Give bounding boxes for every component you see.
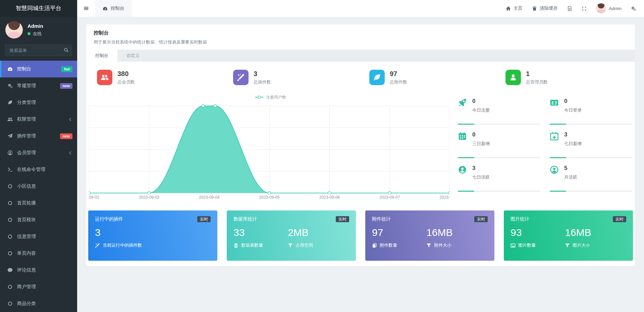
mini-stat-5: 5月活跃 [550,161,632,194]
sidebar-item-label: 首页轮播 [17,200,36,206]
navbar-right: 主页清除缓存Admin [501,0,644,17]
realtime-card-2: 附件统计实时97附件数量16MB附件大小 [365,210,494,261]
realtime-badge: 实时 [613,216,626,222]
sidebar-item-9[interactable]: 首页模块 [0,211,77,228]
navbar-item-expand[interactable] [577,0,591,17]
copy-icon [372,243,377,248]
stat-value: 1 [526,70,548,78]
sidebar-item-label: 权限管理 [17,116,36,122]
card-metric: 33数据表数量 [233,227,288,248]
navbar-item-avatar[interactable]: Admin [591,0,626,17]
circle-o-icon [7,301,13,306]
sidebar-item-13[interactable]: 商户管理 [0,278,77,295]
sidebar-item-10[interactable]: 信息管理 [0,228,77,245]
sidebar-item-label: 在线命令管理 [17,167,45,173]
mini-stat-label: 三日新增 [472,141,490,147]
user-icon [505,70,521,85]
dashboard-icon [103,6,108,11]
user-circle-outline-icon [550,165,559,180]
x-axis-ticks: 2023-09-022023-09-032023-09-042023-09-05… [89,195,450,202]
tab-1[interactable]: 自定义 [117,50,149,62]
navbar-item-label: 清除缓存 [540,5,558,11]
realtime-cards: 运行中的插件实时3当前运行中的插件数数据库统计实时33数据表数量2MB占用空间附… [88,210,633,261]
search-icon[interactable] [64,48,69,53]
app-root: 智慧同城生活平台 Admin 在线 控制台hot常规管理new分类管理权限管理插… [0,0,644,312]
card-metric: 16MB附件大小 [426,227,481,248]
trash-icon [532,6,537,11]
sidebar-item-label: 单页内容 [17,250,36,256]
card-metric: 97附件数量 [372,227,426,248]
card-metric: 3当前运行中的插件数 [95,227,149,248]
sidebar-item-3[interactable]: 权限管理 [0,111,77,128]
x-tick-label: 2023-09-06 [319,195,340,200]
sidebar-item-8[interactable]: 首页轮播 [0,195,77,211]
card-title: 运行中的插件 [95,216,123,222]
x-tick-label: 2023-09-04 [199,195,219,200]
circle-o-icon [7,217,13,223]
cogs-icon [631,6,636,11]
stat-value: 380 [117,70,135,78]
navbar-tab-label: 控制台 [111,5,124,11]
sidebar-item-1[interactable]: 常规管理new [0,77,77,94]
avatar [5,21,23,39]
card-metric: 2MB占用空间 [288,227,342,248]
sidebar-item-6[interactable]: 在线命令管理 [0,161,77,178]
chevron-left-icon [68,151,72,155]
navbar-item-trash[interactable]: 清除缓存 [527,0,562,17]
user-circle-icon [7,150,13,155]
sidebar-item-0[interactable]: 控制台hot [0,61,77,77]
sidebar-item-label: 控制台 [17,66,31,72]
stat-label: 总管理员数 [526,79,548,85]
sidebar-item-2[interactable]: 分类管理 [0,94,77,111]
navbar-item-home[interactable]: 主页 [501,0,527,17]
sidebar: 智慧同城生活平台 Admin 在线 控制台hot常规管理new分类管理权限管理插… [0,0,77,312]
card-metric-label: 占用空间 [296,242,313,248]
panel-heading: 控制台 用于展示当前系统中的统计数据、统计报表及重要实时数据 [86,24,635,50]
user-status-label: 在线 [33,31,42,37]
badge-new: new [60,83,72,89]
stat-value: 97 [390,70,407,78]
search-input[interactable] [5,45,72,56]
navbar-item-label: 主页 [514,5,523,11]
calendar-icon [458,132,467,147]
sidebar-toggle-button[interactable] [77,0,95,17]
sidebar-item-14[interactable]: 商品分类 [0,295,77,312]
realtime-card-0: 运行中的插件实时3当前运行中的插件数 [88,210,217,261]
sidebar-item-label: 评论信息 [17,267,36,273]
database-icon [233,243,238,248]
card-metric-value: 16MB [565,227,619,239]
x-tick-label: 2023-09-07 [379,195,400,200]
circle-o-icon [7,184,13,189]
legend-marker-icon [255,95,264,100]
navbar-item-language[interactable] [562,0,577,17]
leaf-icon [7,100,13,105]
menu-search [5,45,72,56]
sidebar-item-12[interactable]: 评论信息 [0,262,77,278]
navbar-tab-dashboard[interactable]: 控制台 [95,0,132,17]
sidebar-item-7[interactable]: 小区信息 [0,178,77,195]
sidebar-item-4[interactable]: 插件管理new [0,128,77,144]
main-area: 控制台 主页清除缓存Admin 控制台 用于展示当前系统中的统计数据、统计报表及… [77,0,644,312]
chart-legend[interactable]: 注册用户数 [255,95,286,100]
card-metric-value: 2MB [288,227,342,239]
paper-plane-icon [7,133,13,139]
panel-body: 380总会员数3总插件数97总附件数1总管理员数 注册用户数 2023-09-0… [86,62,635,266]
circle-o-icon [7,284,13,290]
card-metric-value: 3 [95,227,149,239]
card-metric-value: 33 [233,227,288,239]
gears-icon [7,83,13,88]
mini-stat-progress [458,157,540,158]
sidebar-item-11[interactable]: 单页内容 [0,245,77,262]
user-circle-solid-icon [458,165,467,180]
mini-stat-value: 5 [564,165,577,172]
realtime-badge: 实时 [474,216,488,222]
card-title: 图片统计 [511,216,529,222]
card-metric-label: 数据表数量 [241,242,263,248]
x-tick-label: 2023-09-02 [89,195,99,200]
card-title: 附件统计 [372,216,391,222]
tab-0[interactable]: 控制台 [86,50,117,62]
app-title: 智慧同城生活平台 [0,0,77,17]
navbar-item-cogs[interactable] [626,0,641,17]
sidebar-item-5[interactable]: 会员管理 [0,144,77,161]
terminal-icon [7,167,13,172]
